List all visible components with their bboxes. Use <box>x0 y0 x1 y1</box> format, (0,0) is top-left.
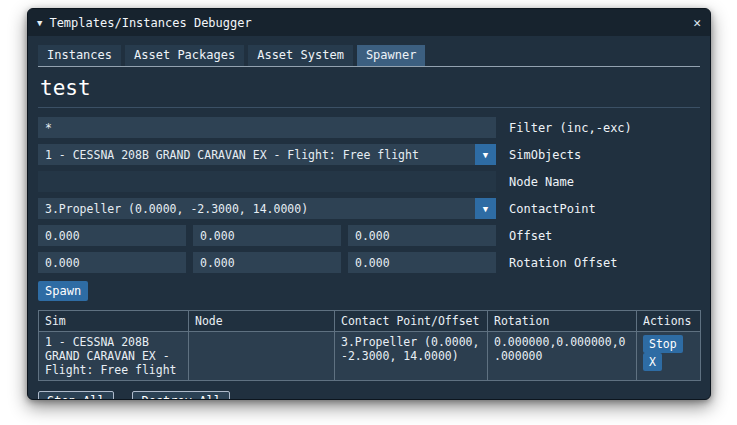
contact-point-select[interactable]: 3.Propeller (0.0000, -2.3000, 14.0000) ▼ <box>38 198 496 219</box>
col-header-sim: Sim <box>39 311 189 332</box>
offset-y-input[interactable]: 0.000 <box>193 225 341 246</box>
col-header-rotation: Rotation <box>488 311 637 332</box>
window-title: Templates/Instances Debugger <box>49 16 251 30</box>
rotation-offset-x-input[interactable]: 0.000 <box>38 252 186 273</box>
tab-asset-system[interactable]: Asset System <box>248 45 353 66</box>
dropdown-arrow-icon[interactable]: ▼ <box>475 144 496 165</box>
rotation-offset-y-input[interactable]: 0.000 <box>193 252 341 273</box>
sim-cell: 1 - CESSNA 208B GRAND CARAVAN EX - Fligh… <box>39 332 189 381</box>
rotation-offset-row: 0.000 0.000 0.000 Rotation Offset <box>38 252 700 273</box>
offset-x-input[interactable]: 0.000 <box>38 225 186 246</box>
stop-all-button[interactable]: Stop All <box>38 391 114 400</box>
contact-point-label: ContactPoint <box>509 198 596 219</box>
filter-label: Filter (inc,-exc) <box>509 117 632 138</box>
simobjects-label: SimObjects <box>509 144 581 165</box>
footer-actions: Stop All Destroy All <box>38 390 700 400</box>
simobjects-row: 1 - CESSNA 208B GRAND CARAVAN EX - Fligh… <box>38 144 700 165</box>
debugger-window: ▼ Templates/Instances Debugger ✕ Instanc… <box>27 8 711 400</box>
col-header-node: Node <box>189 311 335 332</box>
col-header-actions: Actions <box>637 311 701 332</box>
rotation-offset-z-input[interactable]: 0.000 <box>348 252 496 273</box>
remove-button[interactable]: X <box>643 353 662 371</box>
tab-bar: Instances Asset Packages Asset System Sp… <box>38 45 700 67</box>
heading-divider <box>38 107 700 108</box>
offset-row: 0.000 0.000 0.000 Offset <box>38 225 700 246</box>
tab-asset-packages[interactable]: Asset Packages <box>125 45 244 66</box>
spawner-heading: test <box>40 76 698 100</box>
contact-point-row: 3.Propeller (0.0000, -2.3000, 14.0000) ▼… <box>38 198 700 219</box>
tab-spawner[interactable]: Spawner <box>357 45 426 66</box>
dropdown-arrow-icon[interactable]: ▼ <box>475 198 496 219</box>
collapse-icon[interactable]: ▼ <box>37 18 42 28</box>
rotation-cell: 0.000000,0.000000,0.000000 <box>488 332 637 381</box>
spawned-instances-table: Sim Node Contact Point/Offset Rotation A… <box>38 310 701 381</box>
table-header-row: Sim Node Contact Point/Offset Rotation A… <box>39 311 701 332</box>
simobjects-selected-value: 1 - CESSNA 208B GRAND CARAVAN EX - Fligh… <box>38 144 475 165</box>
window-content: Instances Asset Packages Asset System Sp… <box>28 36 710 400</box>
col-header-contact: Contact Point/Offset <box>335 311 488 332</box>
contact-point-selected-value: 3.Propeller (0.0000, -2.3000, 14.0000) <box>38 198 475 219</box>
table-row: 1 - CESSNA 208B GRAND CARAVAN EX - Fligh… <box>39 332 701 381</box>
contact-cell: 3.Propeller (0.0000, -2.3000, 14.0000) <box>335 332 488 381</box>
filter-input[interactable]: * <box>38 117 496 138</box>
node-name-row: Node Name <box>38 171 700 192</box>
node-name-input[interactable] <box>38 171 496 192</box>
filter-row: * Filter (inc,-exc) <box>38 117 700 138</box>
desktop-background: ▼ Templates/Instances Debugger ✕ Instanc… <box>0 0 737 425</box>
tab-instances[interactable]: Instances <box>38 45 121 66</box>
rotation-offset-label: Rotation Offset <box>509 252 617 273</box>
window-titlebar: ▼ Templates/Instances Debugger ✕ <box>28 9 710 36</box>
actions-cell: StopX <box>637 332 701 381</box>
close-icon[interactable]: ✕ <box>693 15 701 30</box>
node-cell <box>189 332 335 381</box>
spawn-button[interactable]: Spawn <box>38 281 88 301</box>
offset-z-input[interactable]: 0.000 <box>348 225 496 246</box>
simobjects-select[interactable]: 1 - CESSNA 208B GRAND CARAVAN EX - Fligh… <box>38 144 496 165</box>
node-name-label: Node Name <box>509 171 574 192</box>
destroy-all-button[interactable]: Destroy All <box>132 391 229 400</box>
stop-button[interactable]: Stop <box>643 335 683 353</box>
offset-label: Offset <box>509 225 552 246</box>
